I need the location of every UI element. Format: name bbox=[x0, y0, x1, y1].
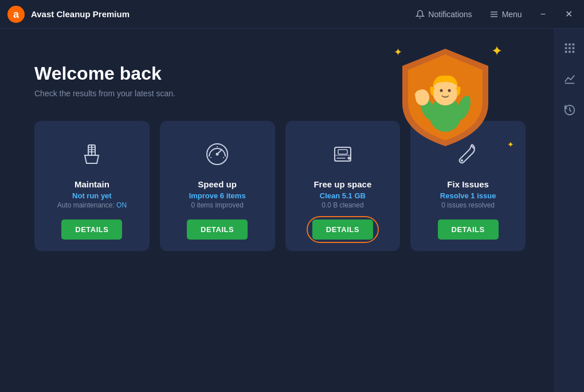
fixissues-title: Fix Issues bbox=[447, 179, 489, 189]
grid-icon[interactable] bbox=[558, 37, 581, 60]
svg-rect-36 bbox=[565, 51, 567, 53]
maintain-card: Maintain Not run yet Auto maintenance: O… bbox=[34, 121, 150, 251]
sparkle-2: ✦ bbox=[491, 43, 503, 59]
sidebar-right bbox=[554, 29, 584, 392]
notifications-button[interactable]: Notifications bbox=[412, 7, 475, 21]
svg-rect-38 bbox=[572, 51, 574, 53]
hero-character: ✦ ✦ ✦ bbox=[388, 40, 520, 166]
avast-logo: a bbox=[7, 5, 25, 23]
svg-rect-34 bbox=[569, 47, 571, 49]
bell-icon bbox=[416, 10, 425, 19]
svg-rect-32 bbox=[572, 44, 574, 46]
freespace-sub: 0.0 B cleaned bbox=[322, 201, 363, 209]
titlebar-right: Notifications Menu − ✕ bbox=[412, 6, 577, 22]
svg-rect-37 bbox=[569, 51, 571, 53]
svg-point-8 bbox=[448, 89, 451, 92]
free-up-space-card: Free up space Clean 5.1 GB 0.0 B cleaned… bbox=[285, 121, 401, 251]
freespace-status: Clean 5.1 GB bbox=[320, 191, 366, 200]
svg-point-12 bbox=[415, 90, 425, 100]
titlebar: a Avast Cleanup Premium Notifications Me… bbox=[0, 0, 584, 29]
history-icon[interactable] bbox=[558, 99, 581, 121]
maintain-title: Maintain bbox=[75, 179, 109, 189]
character-illustration bbox=[388, 40, 503, 155]
menu-button[interactable]: Menu bbox=[486, 7, 526, 21]
chart-icon[interactable] bbox=[558, 68, 581, 91]
speedup-title: Speed up bbox=[198, 179, 237, 189]
maintain-details-button[interactable]: DETAILS bbox=[61, 219, 122, 240]
close-button[interactable]: ✕ bbox=[561, 6, 577, 22]
svg-rect-30 bbox=[565, 44, 567, 46]
menu-label: Menu bbox=[502, 10, 522, 19]
fixissues-details-button[interactable]: DETAILS bbox=[438, 219, 499, 240]
minimize-button[interactable]: − bbox=[536, 7, 550, 22]
svg-point-7 bbox=[440, 89, 443, 92]
maintain-icon bbox=[75, 137, 109, 171]
speedup-details-button[interactable]: DETAILS bbox=[187, 219, 248, 240]
notifications-label: Notifications bbox=[428, 10, 472, 19]
svg-point-20 bbox=[216, 153, 219, 156]
svg-rect-33 bbox=[565, 47, 567, 49]
speedup-status: Improve 6 items bbox=[189, 191, 246, 200]
content-area: ✦ ✦ ✦ bbox=[0, 29, 554, 392]
maintain-status: Not run yet bbox=[72, 191, 112, 200]
speed-up-card: Speed up Improve 6 items 0 items improve… bbox=[160, 121, 275, 251]
fixissues-sub: 0 issues resolved bbox=[441, 201, 495, 209]
freespace-icon bbox=[326, 137, 360, 171]
svg-text:a: a bbox=[13, 9, 19, 20]
fixissues-status: Resolve 1 issue bbox=[440, 191, 496, 200]
svg-point-26 bbox=[347, 157, 350, 160]
main-layout: ✦ ✦ ✦ bbox=[0, 29, 584, 392]
svg-rect-31 bbox=[569, 44, 571, 46]
svg-rect-35 bbox=[572, 47, 574, 49]
freespace-title: Free up space bbox=[313, 179, 371, 189]
sparkle-3: ✦ bbox=[507, 140, 514, 149]
sparkle-1: ✦ bbox=[394, 46, 402, 58]
app-title: Avast Cleanup Premium bbox=[31, 9, 130, 19]
speedup-icon bbox=[200, 137, 234, 171]
speedup-sub: 0 items improved bbox=[191, 201, 243, 209]
svg-rect-28 bbox=[338, 150, 347, 154]
titlebar-left: a Avast Cleanup Premium bbox=[7, 5, 130, 23]
maintain-sub: Auto maintenance: ON bbox=[57, 201, 127, 209]
menu-icon bbox=[489, 10, 499, 19]
freespace-details-button[interactable]: DETAILS bbox=[312, 219, 373, 240]
